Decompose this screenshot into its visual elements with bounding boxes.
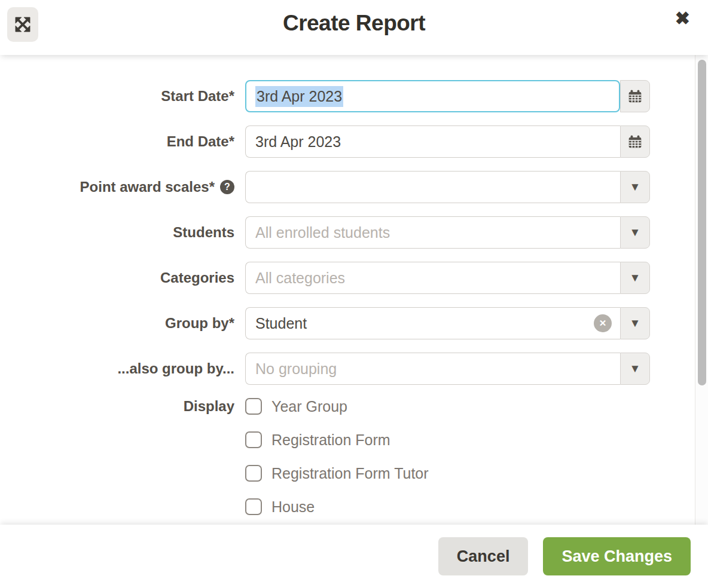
chevron-down-icon: ▼ [630, 362, 641, 375]
point-award-scales-label: Point award scales* [80, 179, 215, 195]
point-award-scales-select[interactable] [245, 171, 620, 203]
point-award-scales-row: Point award scales* ? ▼ [0, 171, 695, 203]
group-by-value: Student [255, 315, 307, 332]
categories-label: Categories [0, 270, 245, 286]
end-date-input[interactable] [245, 125, 620, 158]
calendar-icon [627, 88, 643, 104]
checkbox-label: Registration Form Tutor [271, 465, 429, 482]
checkbox-icon[interactable] [245, 431, 262, 448]
modal-footer: Cancel Save Changes [0, 525, 708, 588]
start-date-calendar-button[interactable] [620, 80, 650, 112]
help-icon[interactable]: ? [220, 180, 234, 194]
display-label: Display [0, 398, 245, 415]
checkbox-icon[interactable] [245, 498, 262, 515]
chevron-down-icon: ▼ [630, 271, 641, 284]
point-award-scales-dropdown-button[interactable]: ▼ [620, 171, 650, 203]
also-group-by-row: ...also group by... ▼ [0, 353, 695, 385]
checkbox-icon[interactable] [245, 398, 262, 415]
group-by-select[interactable]: Student ✕ [245, 307, 620, 339]
save-changes-button[interactable]: Save Changes [543, 537, 691, 575]
also-group-by-select[interactable] [245, 353, 620, 385]
checkbox-house[interactable]: House [245, 498, 650, 515]
checkbox-registration-form-tutor[interactable]: Registration Form Tutor [245, 465, 650, 482]
start-date-label: Start Date* [0, 88, 245, 105]
end-date-calendar-button[interactable] [620, 125, 650, 158]
end-date-label: End Date* [0, 133, 245, 150]
calendar-icon [627, 134, 643, 149]
chevron-down-icon: ▼ [630, 226, 641, 239]
clear-icon[interactable]: ✕ [594, 314, 612, 332]
checkbox-label: Registration Form [271, 431, 390, 449]
modal-header: Create Report ✖ [0, 0, 708, 55]
also-group-by-label: ...also group by... [0, 360, 245, 377]
group-by-dropdown-button[interactable]: ▼ [620, 307, 650, 339]
students-select[interactable] [245, 216, 620, 249]
checkbox-icon[interactable] [245, 465, 262, 482]
checkbox-label: Year Group [271, 398, 347, 415]
display-row: Display Year Group Registration Form Reg… [0, 398, 695, 525]
checkbox-registration-form[interactable]: Registration Form [245, 431, 650, 448]
start-date-row: Start Date* 3rd Apr 2023 [0, 80, 695, 112]
chevron-down-icon: ▼ [630, 180, 641, 194]
also-group-by-dropdown-button[interactable]: ▼ [620, 353, 650, 385]
checkbox-label: House [271, 498, 315, 516]
students-row: Students ▼ [0, 216, 695, 249]
group-by-row: Group by* Student ✕ ▼ [0, 307, 695, 339]
scrollbar-track[interactable] [695, 55, 708, 525]
chevron-down-icon: ▼ [630, 317, 641, 330]
group-by-label: Group by* [0, 315, 245, 332]
create-report-form: Start Date* 3rd Apr 2023 [0, 55, 695, 525]
categories-select[interactable] [245, 262, 620, 294]
students-label: Students [0, 224, 245, 241]
scrollbar-thumb[interactable] [698, 60, 706, 385]
categories-dropdown-button[interactable]: ▼ [620, 262, 650, 294]
students-dropdown-button[interactable]: ▼ [620, 216, 650, 249]
page-title: Create Report [0, 11, 708, 36]
close-icon[interactable]: ✖ [675, 10, 690, 27]
start-date-value: 3rd Apr 2023 [255, 86, 343, 107]
start-date-input[interactable]: 3rd Apr 2023 [245, 80, 620, 112]
end-date-row: End Date* [0, 125, 695, 158]
categories-row: Categories ▼ [0, 262, 695, 294]
cancel-button[interactable]: Cancel [438, 537, 529, 575]
checkbox-year-group[interactable]: Year Group [245, 398, 650, 415]
